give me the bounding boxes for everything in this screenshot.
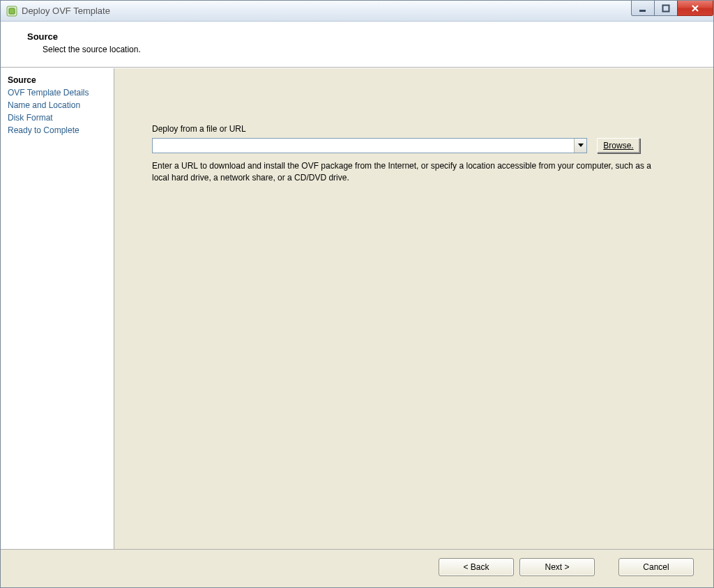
close-button[interactable] — [677, 1, 713, 16]
maximize-icon — [662, 4, 670, 13]
sidebar-step-ovf-details[interactable]: OVF Template Details — [8, 86, 107, 99]
wizard-footer: < Back Next > Cancel — [1, 549, 713, 584]
sidebar-step-disk-format[interactable]: Disk Format — [8, 111, 107, 124]
maximize-button[interactable] — [654, 1, 678, 16]
url-input[interactable] — [153, 139, 574, 153]
sidebar-step-ready[interactable]: Ready to Complete — [8, 124, 107, 137]
svg-rect-3 — [663, 5, 669, 11]
page-subtitle: Select the source location. — [27, 45, 701, 54]
help-text: Enter a URL to download and install the … — [152, 160, 654, 184]
wizard-header: Source Select the source location. — [1, 22, 713, 68]
page-title: Source — [27, 31, 701, 42]
titlebar[interactable]: Deploy OVF Template — [1, 1, 713, 22]
main-pane: Deploy from a file or URL Browse. Enter … — [114, 68, 713, 549]
wizard-body: Source OVF Template Details Name and Loc… — [1, 68, 713, 549]
combobox-arrow[interactable] — [574, 139, 586, 153]
close-icon — [690, 3, 700, 13]
back-button[interactable]: < Back — [439, 558, 514, 576]
url-combobox[interactable] — [152, 138, 587, 153]
sidebar-step-name-location[interactable]: Name and Location — [8, 99, 107, 111]
browse-button[interactable]: Browse. — [597, 138, 640, 153]
minimize-icon — [639, 4, 647, 13]
app-icon — [6, 6, 17, 17]
svg-rect-2 — [639, 10, 646, 12]
svg-marker-6 — [578, 144, 584, 147]
next-button[interactable]: Next > — [519, 558, 595, 576]
chevron-down-icon — [578, 144, 584, 148]
window-controls — [632, 1, 713, 16]
steps-sidebar: Source OVF Template Details Name and Loc… — [1, 68, 114, 549]
window-title: Deploy OVF Template — [22, 6, 110, 16]
sidebar-step-source[interactable]: Source — [8, 74, 107, 86]
deploy-input-row: Browse. — [152, 138, 692, 153]
cancel-button[interactable]: Cancel — [618, 558, 694, 576]
deploy-field-label: Deploy from a file or URL — [152, 124, 692, 134]
minimize-button[interactable] — [631, 1, 655, 16]
wizard-window: Deploy OVF Template Source Select the so… — [0, 0, 714, 588]
svg-rect-1 — [9, 8, 15, 14]
